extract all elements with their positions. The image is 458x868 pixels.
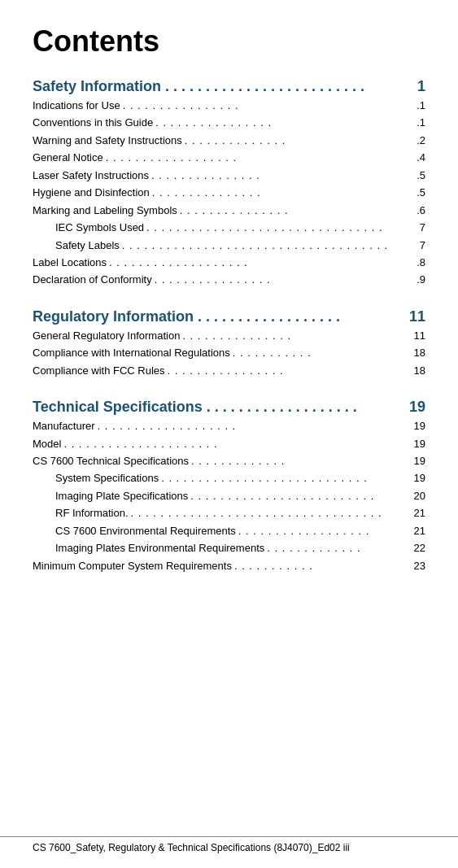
toc-entry-1-2: Compliance with FCC Rules . . . . . . . …	[33, 362, 425, 379]
toc-page-0-10: .9	[417, 271, 425, 288]
toc-dots-2-6: . . . . . . . . . . . . . . . . . .	[238, 522, 412, 539]
toc-dots-0-3: . . . . . . . . . . . . . . . . . .	[106, 149, 414, 166]
toc-page-1-0: 11	[414, 327, 425, 344]
toc-label-2-1: Model	[33, 435, 61, 452]
toc-label-2-8: Minimum Computer System Requirements	[33, 557, 232, 574]
toc-label-0-8: Safety Labels	[55, 237, 120, 254]
toc-page-0-4: .5	[417, 167, 425, 184]
toc-dots-0-9: . . . . . . . . . . . . . . . . . . .	[109, 254, 414, 271]
toc-dots-0-1: . . . . . . . . . . . . . . . .	[155, 114, 414, 131]
section-heading-1: Regulatory Information . . . . . . . . .…	[33, 308, 425, 325]
toc-label-0-4: Laser Safety Instructions	[33, 167, 149, 184]
section-heading-label-2: Technical Specifications . . . . . . . .…	[33, 399, 357, 416]
toc-entry-2-0: Manufacturer . . . . . . . . . . . . . .…	[33, 417, 425, 434]
toc-entry-0-10: Declaration of Conformity . . . . . . . …	[33, 271, 425, 288]
toc-page-0-7: 7	[420, 219, 425, 236]
toc-page-0-5: .5	[417, 184, 425, 201]
page-title: Contents	[33, 24, 425, 59]
toc-entry-2-5: RF Information. . . . . . . . . . . . . …	[33, 504, 425, 521]
toc-dots-1-0: . . . . . . . . . . . . . . .	[182, 327, 411, 344]
toc-label-1-0: General Regulatory Information	[33, 327, 180, 344]
toc-dots-0-4: . . . . . . . . . . . . . . .	[151, 167, 414, 184]
toc-entry-0-2: Warning and Safety Instructions . . . . …	[33, 132, 425, 149]
toc-entry-0-3: General Notice . . . . . . . . . . . . .…	[33, 149, 425, 166]
toc-entry-2-6: CS 7600 Environmental Requirements . . .…	[33, 522, 425, 539]
section-heading-0: Safety Information . . . . . . . . . . .…	[33, 78, 425, 95]
toc-dots-1-1: . . . . . . . . . . .	[233, 344, 412, 361]
toc-dots-1-2: . . . . . . . . . . . . . . . .	[168, 362, 412, 379]
toc-dots-0-8: . . . . . . . . . . . . . . . . . . . . …	[122, 237, 417, 254]
toc-entry-2-2: CS 7600 Technical Specifications . . . .…	[33, 452, 425, 469]
toc-dots-2-5: . . . . . . . . . . . . . . . . . . . . …	[131, 504, 412, 521]
toc-dots-2-1: . . . . . . . . . . . . . . . . . . . . …	[63, 435, 411, 452]
toc-label-2-6: CS 7600 Environmental Requirements	[55, 522, 236, 539]
toc-entry-0-9: Label Locations . . . . . . . . . . . . …	[33, 254, 425, 271]
toc-page-2-2: 19	[414, 452, 425, 469]
toc-label-0-5: Hygiene and Disinfection	[33, 184, 150, 201]
toc-label-2-4: Imaging Plate Specifications	[55, 487, 188, 504]
toc-page-2-5: 21	[414, 504, 425, 521]
toc-label-0-7: IEC Symbols Used	[55, 219, 144, 236]
toc-page-2-8: 23	[414, 557, 425, 574]
toc-label-1-2: Compliance with FCC Rules	[33, 362, 165, 379]
toc-entry-1-0: General Regulatory Information . . . . .…	[33, 327, 425, 344]
toc-dots-0-2: . . . . . . . . . . . . . .	[185, 132, 414, 149]
toc-entry-2-8: Minimum Computer System Requirements . .…	[33, 557, 425, 574]
toc-entry-0-5: Hygiene and Disinfection . . . . . . . .…	[33, 184, 425, 201]
toc-dots-0-0: . . . . . . . . . . . . . . . .	[123, 97, 414, 114]
toc-label-2-2: CS 7600 Technical Specifications	[33, 452, 189, 469]
section-heading-page-2: 19	[409, 399, 425, 416]
section-heading-2: Technical Specifications . . . . . . . .…	[33, 399, 425, 416]
toc-dots-2-8: . . . . . . . . . . .	[234, 557, 412, 574]
toc-entry-2-3: System Specifications . . . . . . . . . …	[33, 469, 425, 486]
toc-dots-0-5: . . . . . . . . . . . . . . .	[152, 184, 414, 201]
toc-page-2-7: 22	[414, 539, 425, 556]
toc-page-2-1: 19	[414, 435, 425, 452]
toc-entry-0-6: Marking and Labeling Symbols . . . . . .…	[33, 202, 425, 219]
toc-page-0-3: .4	[417, 149, 425, 166]
toc-entry-0-0: Indications for Use . . . . . . . . . . …	[33, 97, 425, 114]
toc-entry-2-4: Imaging Plate Specifications . . . . . .…	[33, 487, 425, 504]
toc-page-2-3: 19	[414, 469, 425, 486]
footer: CS 7600_Safety, Regulatory & Technical S…	[0, 836, 458, 853]
toc-entry-0-7: IEC Symbols Used. . . . . . . . . . . . …	[33, 219, 425, 236]
toc-container: Safety Information . . . . . . . . . . .…	[33, 78, 425, 582]
toc-page-0-1: .1	[417, 114, 425, 131]
section-heading-label-1: Regulatory Information . . . . . . . . .…	[33, 308, 340, 325]
toc-dots-2-3: . . . . . . . . . . . . . . . . . . . . …	[161, 469, 411, 486]
toc-label-0-9: Label Locations	[33, 254, 107, 271]
toc-label-0-10: Declaration of Conformity	[33, 271, 152, 288]
toc-dots-0-7: . . . . . . . . . . . . . . . . . . . . …	[146, 219, 417, 236]
section-heading-page-0: 1	[417, 78, 425, 95]
toc-label-0-1: Conventions in this Guide	[33, 114, 153, 131]
toc-label-0-3: General Notice	[33, 149, 103, 166]
toc-label-0-2: Warning and Safety Instructions	[33, 132, 182, 149]
toc-label-2-0: Manufacturer	[33, 417, 95, 434]
toc-label-2-5: RF Information.	[55, 504, 129, 521]
footer-text: CS 7600_Safety, Regulatory & Technical S…	[33, 842, 350, 853]
toc-entry-0-8: Safety Labels . . . . . . . . . . . . . …	[33, 237, 425, 254]
toc-entry-2-7: Imaging Plates Environmental Requirement…	[33, 539, 425, 556]
toc-dots-0-10: . . . . . . . . . . . . . . . .	[155, 271, 414, 288]
toc-page-0-8: 7	[420, 237, 425, 254]
toc-dots-2-7: . . . . . . . . . . . . .	[267, 539, 411, 556]
toc-page-1-1: 18	[414, 344, 425, 361]
toc-label-2-3: System Specifications	[55, 469, 159, 486]
toc-entry-0-1: Conventions in this Guide . . . . . . . …	[33, 114, 425, 131]
toc-label-1-1: Compliance with International Regulation…	[33, 344, 230, 361]
toc-page-0-6: .6	[417, 202, 425, 219]
toc-dots-2-2: . . . . . . . . . . . . .	[191, 452, 412, 469]
toc-dots-0-6: . . . . . . . . . . . . . . .	[180, 202, 414, 219]
toc-page-2-0: 19	[414, 417, 425, 434]
toc-page-0-0: .1	[417, 97, 425, 114]
toc-dots-2-0: . . . . . . . . . . . . . . . . . . .	[98, 417, 412, 434]
toc-page-2-4: 20	[414, 487, 425, 504]
toc-page-0-2: .2	[417, 132, 425, 149]
toc-entry-1-1: Compliance with International Regulation…	[33, 344, 425, 361]
toc-page-2-6: 21	[414, 522, 425, 539]
section-heading-page-1: 11	[409, 308, 425, 325]
toc-page-0-9: .8	[417, 254, 425, 271]
toc-entry-0-4: Laser Safety Instructions . . . . . . . …	[33, 167, 425, 184]
toc-label-0-0: Indications for Use	[33, 97, 120, 114]
section-heading-label-0: Safety Information . . . . . . . . . . .…	[33, 78, 364, 95]
